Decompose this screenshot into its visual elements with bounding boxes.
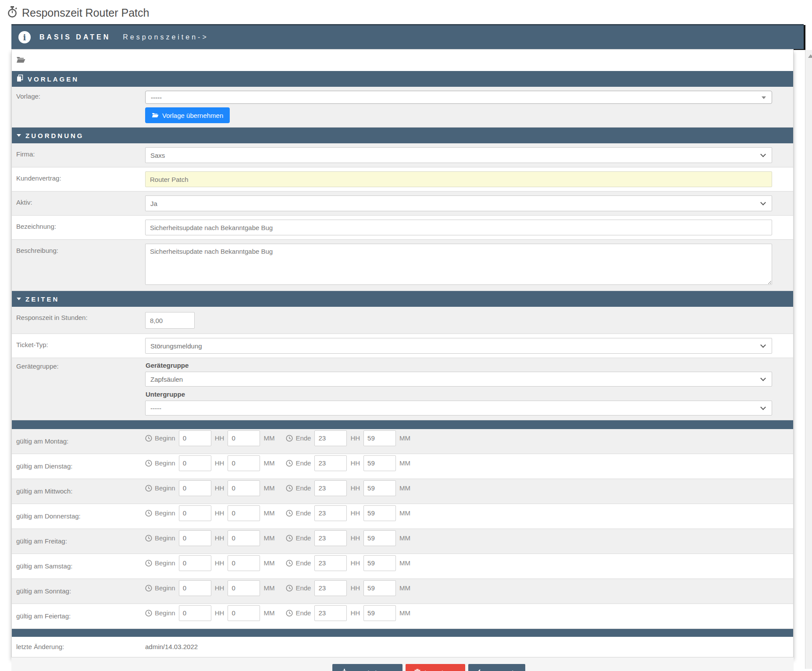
end-label: Ende (296, 609, 311, 617)
untergruppe-select[interactable]: ----- (145, 401, 772, 415)
begin-label: Beginn (155, 509, 175, 517)
chevron-down-icon (760, 405, 766, 410)
form-panel: VORLAGEN Vorlage: ----- Vorlage übernehm (11, 49, 794, 657)
ticket-typ-row: Ticket-Typ: Störungsmeldung (12, 334, 793, 358)
mm-unit: MM (264, 459, 274, 467)
section-bar-zuordnung[interactable]: ZUORDNUNG (12, 128, 793, 143)
begin-label: Beginn (155, 609, 175, 617)
begin-mm-input[interactable] (228, 455, 260, 471)
begin-mm-input[interactable] (228, 430, 260, 446)
time-row: gültig am Mittwoch:BeginnHHMMEndeHHMM (12, 479, 793, 504)
end-hh-input[interactable] (314, 580, 347, 596)
begin-label: Beginn (155, 559, 175, 567)
hh-unit: HH (350, 559, 360, 567)
time-row: gültig am Samstag:BeginnHHMMEndeHHMM (12, 554, 793, 579)
save-button[interactable]: Speichern (332, 664, 402, 671)
basis-daten-label: BASIS DATEN (39, 33, 110, 41)
firma-select[interactable]: Saxs (145, 147, 772, 163)
clock-icon (145, 535, 152, 542)
delete-button[interactable]: löschen (406, 664, 466, 671)
begin-mm-input[interactable] (228, 605, 260, 621)
back-button[interactable]: Zurück (468, 664, 525, 671)
end-mm-input[interactable] (363, 580, 396, 596)
end-hh-input[interactable] (314, 530, 347, 546)
chevron-down-icon (760, 342, 766, 348)
scroll-up-arrow-icon[interactable] (808, 54, 812, 58)
day-label: gültig am Dienstag: (12, 454, 145, 479)
begin-mm-input[interactable] (228, 530, 260, 546)
day-label: gültig am Samstag: (12, 554, 145, 579)
geraetegruppe-select[interactable]: Zapfsäulen (145, 372, 772, 387)
clock-icon (286, 460, 293, 467)
end-hh-input[interactable] (314, 605, 347, 621)
page-title: Responszeit Router Patch (22, 7, 149, 19)
end-hh-input[interactable] (314, 430, 347, 446)
mm-unit: MM (399, 534, 410, 542)
bezeichnung-input[interactable] (145, 220, 772, 235)
geraetegruppe-selected-value: Zapfsäulen (150, 376, 183, 383)
chevron-down-icon (760, 200, 766, 206)
begin-hh-input[interactable] (179, 505, 211, 521)
kundenvertrag-input[interactable] (145, 171, 772, 187)
kundenvertrag-row: Kundenvertrag: (12, 167, 793, 192)
responszeit-input[interactable] (145, 312, 195, 329)
footer-band: Speichern löschen Zurück (11, 657, 794, 671)
begin-mm-input[interactable] (228, 555, 260, 571)
mm-unit: MM (264, 509, 274, 517)
end-mm-input[interactable] (363, 480, 396, 496)
copy-icon (17, 75, 23, 84)
bezeichnung-label: Bezeichnung: (12, 216, 145, 239)
begin-mm-input[interactable] (228, 480, 260, 496)
aktiv-select[interactable]: Ja (145, 195, 772, 211)
hh-unit: HH (350, 534, 360, 542)
end-hh-input[interactable] (314, 505, 347, 521)
end-mm-input[interactable] (363, 555, 396, 571)
last-change-label: letzte Änderung: (12, 637, 145, 657)
end-hh-input[interactable] (314, 455, 347, 471)
day-label: gültig am Sonntag: (12, 579, 145, 604)
begin-hh-input[interactable] (179, 605, 211, 621)
begin-mm-input[interactable] (228, 505, 260, 521)
clock-icon (145, 485, 152, 492)
vertical-scrollbar[interactable] (805, 50, 812, 669)
begin-hh-input[interactable] (179, 455, 211, 471)
time-row: gültig am Donnerstag:BeginnHHMMEndeHHMM (12, 504, 793, 529)
page-header: Responszeit Router Patch (0, 0, 812, 24)
end-label: Ende (296, 534, 311, 542)
time-row: gültig am Dienstag:BeginnHHMMEndeHHMM (12, 454, 793, 479)
mm-unit: MM (399, 459, 410, 467)
ticket-typ-select[interactable]: Störungsmeldung (145, 338, 772, 354)
section-bar-vorlagen[interactable]: VORLAGEN (12, 71, 793, 87)
aktiv-label: Aktiv: (12, 192, 145, 215)
begin-hh-input[interactable] (179, 530, 211, 546)
vorlage-uebernehmen-button[interactable]: Vorlage übernehmen (145, 107, 230, 123)
chevron-down-icon (760, 376, 766, 381)
breadcrumb: Responszeiten-> (123, 33, 209, 41)
clock-icon (145, 510, 152, 517)
folder-open-icon[interactable] (16, 56, 25, 65)
beschreibung-label: Beschreibung: (12, 240, 145, 291)
begin-label: Beginn (155, 584, 175, 592)
end-mm-input[interactable] (363, 455, 396, 471)
begin-hh-input[interactable] (179, 430, 211, 446)
vorlage-select[interactable]: ----- (145, 91, 772, 104)
begin-hh-input[interactable] (179, 580, 211, 596)
end-hh-input[interactable] (314, 480, 347, 496)
section-bar-zeiten[interactable]: ZEITEN (12, 291, 793, 307)
begin-hh-input[interactable] (179, 555, 211, 571)
clock-icon (145, 585, 152, 592)
end-mm-input[interactable] (363, 430, 396, 446)
end-mm-input[interactable] (363, 530, 396, 546)
mm-unit: MM (399, 609, 410, 617)
end-mm-input[interactable] (363, 505, 396, 521)
kundenvertrag-label: Kundenvertrag: (12, 167, 145, 191)
caret-down-icon (17, 298, 21, 300)
begin-hh-input[interactable] (179, 480, 211, 496)
end-hh-input[interactable] (314, 555, 347, 571)
end-label: Ende (296, 509, 311, 517)
firma-label: Firma: (12, 143, 145, 167)
beschreibung-textarea[interactable] (145, 244, 772, 285)
end-mm-input[interactable] (363, 605, 396, 621)
mm-unit: MM (264, 584, 274, 592)
begin-mm-input[interactable] (228, 580, 260, 596)
